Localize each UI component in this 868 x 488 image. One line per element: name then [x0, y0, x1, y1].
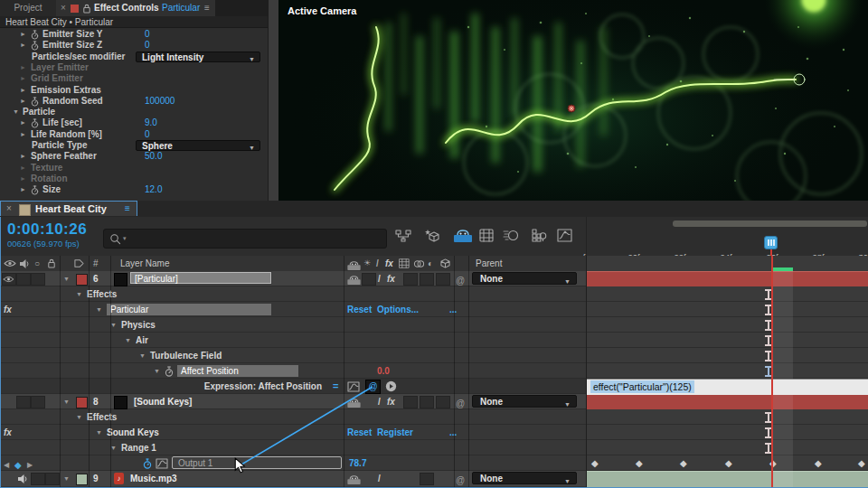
expander-icon[interactable]: ▼ — [63, 394, 70, 409]
options-link[interactable]: Options... — [377, 302, 419, 317]
ec-row-particle-group[interactable]: ▼ Particle — [0, 107, 268, 117]
column-divider[interactable] — [110, 256, 111, 488]
keyframe-diamond[interactable]: ◆ — [636, 458, 643, 468]
stopwatch-icon-active[interactable] — [143, 458, 152, 469]
property-value[interactable]: 78.7 — [349, 455, 366, 471]
parent-column-header[interactable]: Parent — [476, 256, 502, 271]
twirl-icon[interactable]: ▼ — [139, 348, 146, 363]
lock-toggle[interactable] — [45, 473, 60, 485]
twirl-icon[interactable]: ► — [20, 96, 26, 107]
expression-text[interactable]: effect("Particular")(125) — [590, 380, 694, 393]
keyframe-diamond[interactable]: ◆ — [815, 458, 822, 468]
keyframe-diamond[interactable]: ◆ — [725, 458, 732, 468]
current-timecode[interactable]: 0:00:10:26 — [7, 221, 87, 239]
quality-switch[interactable]: / — [378, 271, 381, 286]
property-value[interactable]: 9.0 — [145, 117, 157, 128]
time-graph-area[interactable]: effect("Particular")(125) ◆ ◆ ◆ ◆ ◆ ◆ ◆ — [586, 256, 868, 488]
label-color-chip[interactable] — [76, 274, 88, 286]
switch-slot[interactable] — [403, 396, 418, 408]
brainstorm-icon[interactable] — [532, 229, 547, 242]
switch-slot[interactable] — [420, 273, 434, 286]
switch-slot[interactable] — [436, 273, 450, 286]
ec-row-emitter-size-y[interactable]: ► Emitter Size Y 0 — [0, 29, 268, 40]
expression-graph-icon[interactable] — [347, 381, 360, 392]
playhead-handle[interactable] — [764, 236, 778, 249]
panel-menu-icon[interactable]: ≡ — [125, 202, 130, 216]
close-icon[interactable]: × — [61, 0, 66, 16]
tab-heart-beat-city[interactable]: × Heart Beat City ≡ — [0, 201, 137, 216]
search-input[interactable]: ▾ — [103, 229, 387, 249]
horizontal-scrollbar[interactable] — [673, 221, 867, 227]
twirl-icon[interactable]: ▼ — [125, 333, 131, 348]
composition-viewer[interactable]: Active Camera — [278, 0, 868, 201]
comp-mini-flowchart-icon[interactable] — [395, 230, 411, 242]
effect-name[interactable]: Sound Keys — [107, 425, 159, 440]
layer-duration-bar-music[interactable] — [587, 471, 868, 488]
shy-switch[interactable] — [347, 399, 361, 408]
switch-slot[interactable] — [403, 273, 418, 286]
ec-row-texture[interactable]: ► Texture — [0, 163, 268, 174]
twirl-icon[interactable]: ▼ — [76, 286, 82, 302]
ec-row-size[interactable]: ► Size 12.0 — [0, 184, 268, 195]
solo-toggle[interactable] — [31, 273, 45, 286]
twirl-icon[interactable]: ► — [20, 163, 26, 174]
keyframe-diamond[interactable]: ◆ — [858, 458, 865, 468]
stopwatch-icon[interactable] — [165, 366, 174, 377]
twirl-icon[interactable]: ► — [20, 129, 26, 140]
twirl-icon[interactable]: ▼ — [110, 440, 117, 455]
keyframe-diamond[interactable]: ◆ — [591, 458, 599, 468]
layer-name[interactable]: [Sound Keys] — [134, 394, 192, 409]
stopwatch-icon[interactable] — [31, 118, 39, 128]
expression-field[interactable]: effect("Particular")(125) — [587, 379, 868, 395]
close-icon[interactable]: × — [6, 202, 12, 216]
twirl-icon[interactable]: ▼ — [76, 409, 82, 425]
column-divider[interactable] — [344, 256, 344, 488]
column-divider[interactable] — [60, 256, 61, 488]
ec-row-random-seed[interactable]: ► Random Seed 100000 — [0, 96, 268, 107]
shy-switch[interactable] — [347, 475, 361, 484]
property-value[interactable]: 100000 — [145, 96, 175, 107]
twirl-icon[interactable]: ► — [20, 40, 26, 51]
ec-row-emission-extras[interactable]: ► Emission Extras — [0, 85, 268, 96]
ec-row-rotation[interactable]: ► Rotation — [0, 174, 268, 184]
shy-switch[interactable] — [347, 276, 361, 285]
ec-row-emitter-size-z[interactable]: ► Emitter Size Z 0 — [0, 40, 268, 51]
frame-blending-icon[interactable] — [479, 229, 494, 242]
twirl-icon[interactable]: ► — [20, 184, 26, 195]
search-caret-icon[interactable]: ▾ — [123, 235, 127, 242]
register-link[interactable]: Register — [377, 425, 413, 440]
parent-dropdown[interactable]: None▼ — [472, 272, 577, 285]
parent-dropdown[interactable]: None▼ — [472, 472, 577, 484]
switch-slot[interactable] — [362, 273, 376, 286]
particles-sec-modifier-dropdown[interactable]: Light Intensity▼ — [136, 52, 260, 62]
switch-slot[interactable] — [420, 473, 434, 485]
ec-row-layer-emitter[interactable]: ► Layer Emitter — [0, 62, 268, 73]
solo-toggle[interactable] — [31, 396, 45, 408]
draft-3d-icon[interactable] — [424, 228, 440, 243]
twirl-icon[interactable]: ▼ — [13, 107, 19, 117]
twirl-icon[interactable]: ► — [20, 73, 26, 84]
graph-editor-icon[interactable] — [557, 229, 572, 242]
expander-icon[interactable]: ▼ — [63, 471, 70, 486]
panel-menu-icon[interactable]: ≡ — [204, 0, 210, 16]
property-value[interactable]: 12.0 — [145, 184, 162, 195]
property-value[interactable]: 50.0 — [145, 151, 162, 162]
current-time-indicator-line[interactable] — [771, 256, 773, 488]
stopwatch-icon[interactable] — [31, 97, 39, 107]
twirl-icon[interactable]: ► — [20, 117, 26, 128]
hide-shy-layers-icon[interactable] — [454, 230, 472, 242]
motion-blur-icon[interactable] — [503, 230, 519, 241]
column-divider[interactable] — [89, 256, 90, 488]
layer-duration-bar-sound-keys[interactable] — [587, 394, 868, 410]
switch-slot[interactable] — [420, 396, 434, 408]
property-name-box[interactable]: Affect Position — [177, 365, 298, 377]
property-value[interactable]: 0 — [145, 40, 150, 51]
switch-slot[interactable] — [436, 396, 450, 408]
property-value[interactable]: 0 — [145, 29, 150, 40]
solo-toggle[interactable] — [31, 473, 45, 485]
expression-enable-icon[interactable]: = — [333, 379, 338, 394]
layer-name-box[interactable]: [Particular] — [130, 272, 271, 284]
expander-icon[interactable]: ▼ — [63, 271, 70, 286]
pickwhip-drop-target-box[interactable]: Output 1 — [172, 456, 342, 469]
twirl-icon[interactable]: ▼ — [154, 363, 160, 379]
